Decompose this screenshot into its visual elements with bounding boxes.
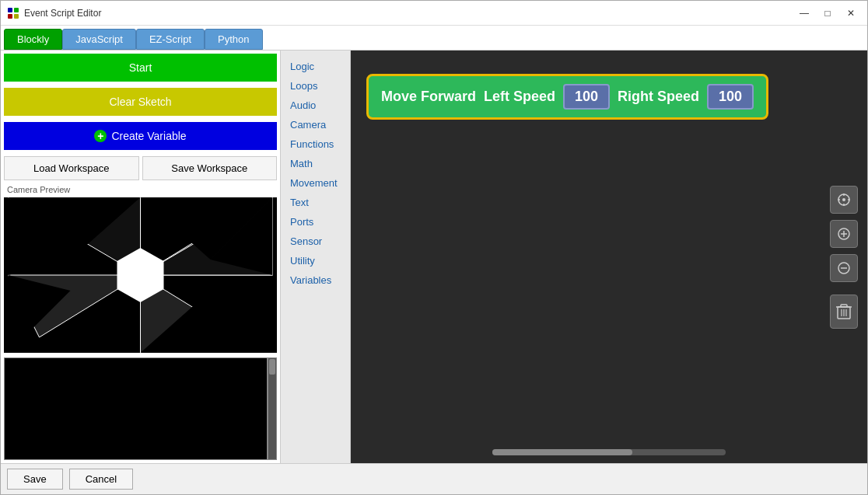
cancel-button[interactable]: Cancel: [69, 469, 133, 490]
action-label: Move Forward: [381, 89, 476, 105]
window-controls: — □ ✕: [794, 5, 861, 21]
right-speed-input[interactable]: 100: [707, 84, 754, 110]
svg-rect-0: [8, 8, 12, 12]
main-window: Event Script Editor — □ ✕ Blockly JavaSc…: [0, 0, 868, 495]
category-logic[interactable]: Logic: [281, 57, 350, 76]
move-forward-block[interactable]: Move Forward Left Speed 100 Right Speed …: [366, 74, 768, 120]
category-movement[interactable]: Movement: [281, 173, 350, 193]
save-button[interactable]: Save: [7, 469, 63, 490]
category-audio[interactable]: Audio: [281, 96, 350, 115]
right-speed-label: Right Speed: [618, 89, 699, 105]
svg-rect-2: [8, 14, 12, 19]
create-variable-button[interactable]: + Create Variable: [4, 122, 277, 150]
svg-rect-1: [14, 8, 19, 12]
clear-sketch-button[interactable]: Clear Sketch: [4, 88, 277, 116]
minimize-button[interactable]: —: [794, 5, 814, 21]
category-math[interactable]: Math: [281, 154, 350, 173]
category-camera[interactable]: Camera: [281, 115, 350, 134]
workspace-row: Load Workspace Save Workspace: [4, 156, 277, 180]
code-textarea-container: [4, 357, 277, 460]
left-speed-input[interactable]: 100: [563, 84, 610, 110]
category-sensor[interactable]: Sensor: [281, 232, 350, 251]
load-workspace-button[interactable]: Load Workspace: [4, 156, 139, 180]
plus-icon: +: [94, 130, 107, 142]
code-textarea[interactable]: [4, 357, 268, 460]
title-bar: Event Script Editor — □ ✕: [1, 1, 867, 26]
svg-rect-3: [14, 14, 19, 19]
blocks-area: Move Forward Left Speed 100 Right Speed …: [366, 74, 768, 120]
trash-button[interactable]: [830, 295, 858, 329]
svg-point-24: [842, 198, 845, 201]
left-panel: Start Clear Sketch + Create Variable Loa…: [1, 51, 281, 463]
scrollbar-thumb: [492, 449, 632, 455]
zoom-in-button[interactable]: [830, 220, 858, 248]
zoom-out-button[interactable]: [830, 254, 858, 282]
category-functions[interactable]: Functions: [281, 134, 350, 154]
workspace-scrollbar[interactable]: [492, 449, 726, 455]
start-button[interactable]: Start: [4, 54, 277, 82]
tab-javascript[interactable]: JavaScript: [62, 29, 136, 50]
category-panel: Logic Loops Audio Camera Functions Math …: [281, 51, 351, 463]
bottom-buttons: Save Cancel: [1, 463, 867, 494]
left-speed-label: Left Speed: [484, 89, 555, 105]
svg-rect-32: [841, 305, 847, 307]
category-loops[interactable]: Loops: [281, 76, 350, 96]
app-icon: [7, 7, 19, 19]
close-button[interactable]: ✕: [841, 5, 861, 21]
maximize-button[interactable]: □: [817, 5, 838, 21]
category-ports[interactable]: Ports: [281, 212, 350, 232]
workspace-controls: [830, 186, 858, 329]
tab-bar: Blockly JavaScript EZ-Script Python: [1, 26, 867, 51]
save-workspace-button[interactable]: Save Workspace: [142, 156, 278, 180]
category-text[interactable]: Text: [281, 193, 350, 212]
category-utility[interactable]: Utility: [281, 251, 350, 270]
tab-blockly[interactable]: Blockly: [4, 29, 62, 50]
tab-ez-script[interactable]: EZ-Script: [136, 29, 205, 50]
crosshair-button[interactable]: [830, 186, 858, 214]
camera-preview-label: Camera Preview: [1, 183, 280, 196]
workspace-panel[interactable]: Move Forward Left Speed 100 Right Speed …: [351, 51, 867, 463]
camera-preview: [4, 197, 277, 353]
tab-python[interactable]: Python: [205, 29, 262, 50]
window-title: Event Script Editor: [24, 8, 794, 19]
category-variables[interactable]: Variables: [281, 270, 350, 290]
main-content: Start Clear Sketch + Create Variable Loa…: [1, 51, 867, 463]
